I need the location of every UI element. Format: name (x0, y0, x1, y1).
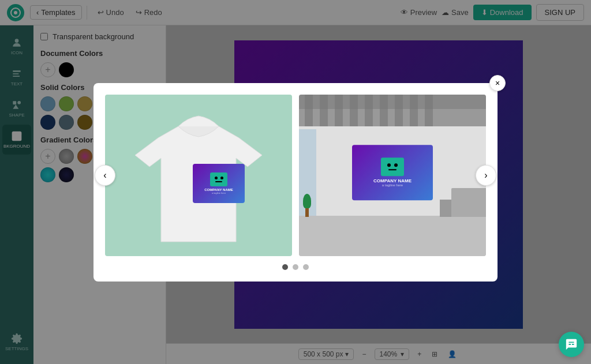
modal-dots (105, 264, 486, 270)
chevron-left-icon: ‹ (103, 170, 106, 181)
modal-close-button[interactable]: × (489, 75, 506, 91)
tagline-badge2: a tagline here (382, 183, 403, 187)
office-mockup[interactable]: COMPANY NAME a tagline here (299, 95, 486, 256)
chat-icon (565, 338, 578, 351)
chat-bubble-button[interactable] (559, 332, 584, 357)
modal-prev-button[interactable]: ‹ (95, 165, 115, 186)
dot-3[interactable] (303, 264, 309, 270)
modal-images: ‹ (105, 95, 486, 256)
company-name-badge2: COMPANY NAME (373, 178, 412, 183)
modal-next-button[interactable]: › (476, 165, 496, 186)
tagline-badge1: a tagline here (212, 192, 226, 194)
modal-overlay: × ‹ (0, 0, 591, 364)
close-icon: × (495, 78, 500, 88)
chevron-right-icon: › (484, 170, 487, 181)
mockup-modal: × ‹ (93, 83, 498, 282)
dot-2[interactable] (293, 264, 298, 270)
tshirt-mockup[interactable]: COMPANY NAME a tagline here (105, 95, 292, 256)
dot-1[interactable] (282, 264, 288, 270)
